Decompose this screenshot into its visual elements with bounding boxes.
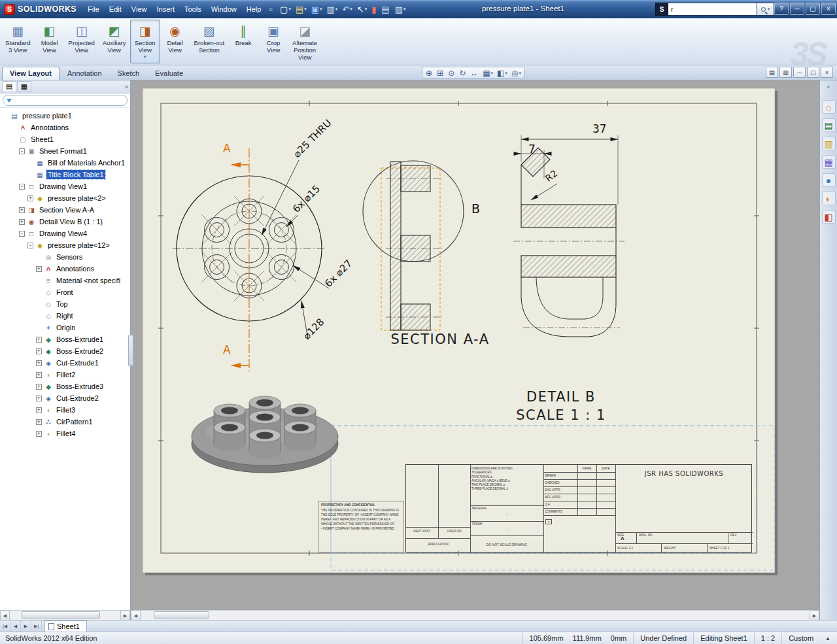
scroll-right-icon[interactable]: ▶ (120, 611, 130, 620)
tree-expander[interactable] (36, 278, 42, 284)
tree-item[interactable]: + ◆ Boss-Extrude3 (0, 381, 130, 392)
tree-expander[interactable]: + (36, 266, 42, 272)
tree-expander[interactable]: - (19, 148, 25, 154)
tree-item[interactable]: - □ Drawing View4 (0, 228, 130, 239)
tree-expander[interactable]: + (36, 407, 42, 413)
menu-item[interactable]: Edit (105, 3, 126, 15)
appearances-icon[interactable]: ● (822, 173, 836, 187)
tree-item-label[interactable]: Section View A-A (38, 205, 95, 214)
ribbon-button[interactable]: ∥ Break (228, 20, 258, 63)
section-arrow-label-top[interactable]: A (223, 143, 231, 154)
tree-expander[interactable]: + (36, 360, 42, 366)
tree-item-label[interactable]: Boss-Extrude3 (55, 382, 105, 391)
tree-expander[interactable]: - (27, 243, 33, 248)
tree-item[interactable]: + ∴ CirPattern1 (0, 416, 130, 428)
quickbar-button[interactable]: ▤ (379, 4, 392, 15)
ribbon-button[interactable]: ◫ Projected View (65, 20, 99, 63)
ribbon-button[interactable]: ▦ Standard 3 View (1, 20, 35, 63)
view-tool[interactable]: ↔ (469, 69, 480, 78)
units-selector[interactable]: Custom ▲ (781, 632, 837, 644)
dropdown-caret-icon[interactable]: ▾ (320, 7, 322, 12)
view-tool[interactable]: ⊞ (436, 69, 445, 78)
design-library-icon[interactable]: ▤ (822, 118, 836, 132)
tree-expander[interactable]: + (27, 195, 33, 201)
dropdown-caret-icon[interactable]: ▾ (288, 7, 291, 12)
tree-expander[interactable]: - (19, 184, 25, 190)
custom-properties-icon[interactable]: ◐ (822, 192, 836, 205)
ribbon-button[interactable]: ▣ Crop View (258, 20, 288, 63)
tree-expander[interactable] (36, 290, 42, 296)
tree-item[interactable]: + ◆ pressure plate<2> (0, 192, 130, 204)
canvas-horizontal-scrollbar[interactable]: ◀ ▶ (131, 610, 819, 620)
tree-item[interactable]: ◇ Front (0, 286, 130, 298)
tree-item[interactable]: A Annotations (0, 122, 130, 133)
tree-expander[interactable] (10, 137, 16, 143)
dropdown-caret-icon[interactable]: ▾ (350, 7, 352, 12)
tree-item[interactable]: - ▣ Sheet Format1 (0, 145, 130, 157)
tree-item-label[interactable]: Bill of Materials Anchor1 (46, 158, 126, 167)
tree-expander[interactable]: + (19, 207, 25, 213)
panel-splitter[interactable] (128, 335, 133, 366)
view-palette-icon[interactable]: ▦ (822, 155, 836, 169)
ribbon-button[interactable]: ▨ Broken-out Section (190, 20, 228, 63)
tree-item-label[interactable]: Cut-Extrude1 (55, 358, 100, 367)
menu-item[interactable]: Window (207, 3, 241, 15)
file-explorer-icon[interactable]: ▥ (822, 137, 836, 150)
quickbar-button[interactable]: ▥ ▾ (325, 4, 340, 15)
dropdown-caret-icon[interactable]: ▾ (403, 7, 406, 12)
tree-expander[interactable] (27, 172, 33, 178)
help-button[interactable]: ? (774, 3, 789, 15)
sheet-nav-button[interactable]: ▶ (21, 620, 31, 632)
tree-item-label[interactable]: Right (55, 311, 75, 320)
tree-expander[interactable]: + (36, 384, 42, 390)
forum-icon[interactable]: ◧ (822, 210, 836, 224)
tree-item[interactable]: + ◗ Fillet3 (0, 404, 130, 416)
tile-horizontal-icon[interactable]: ▤ (766, 67, 778, 78)
quickbar-button[interactable]: ▮ (369, 4, 379, 15)
tree-item[interactable]: ▢ Sheet1 (0, 133, 130, 145)
tree-item-label[interactable]: Top (55, 299, 69, 309)
tree-item-label[interactable]: Fillet3 (55, 405, 77, 415)
quickbar-button[interactable]: ↶ ▾ (340, 4, 354, 15)
tree-expander[interactable] (27, 160, 33, 166)
tree-item-label[interactable]: Annotations (55, 264, 95, 273)
doc-restore-button[interactable]: ▢ (807, 67, 819, 78)
tree-expander[interactable] (36, 301, 42, 307)
dropdown-caret-icon[interactable]: ▾ (335, 7, 338, 12)
quickbar-button[interactable]: ▢ ▾ (278, 4, 293, 15)
dropdown-caret-icon[interactable]: ▾ (304, 7, 307, 12)
tree-expander[interactable]: + (19, 219, 25, 225)
tree-horizontal-scrollbar[interactable]: ◀ ▶ (0, 610, 130, 620)
tree-item[interactable]: - ◆ pressure plate<12> (0, 239, 130, 251)
sheet-nav-button[interactable]: ▶| (31, 620, 42, 632)
canvas-scroll-track[interactable] (141, 611, 810, 620)
tree-item-label[interactable]: Boss-Extrude1 (55, 335, 105, 344)
tree-item[interactable]: ▦ Bill of Materials Anchor1 (0, 157, 130, 169)
search-button[interactable]: ▾ (757, 3, 774, 16)
tree-item-label[interactable]: pressure plate<12> (46, 241, 111, 250)
view-tool-caret-icon[interactable]: ▾ (519, 71, 521, 76)
tree-item-label[interactable]: CirPattern1 (55, 417, 94, 426)
command-tab[interactable]: Sketch (110, 67, 148, 80)
ribbon-button[interactable]: ◨ Section View ▾ (130, 20, 160, 63)
tree-expander[interactable] (2, 113, 8, 119)
tree-item-label[interactable]: Drawing View1 (38, 182, 88, 191)
taskpane-expand-button[interactable]: « (827, 84, 830, 90)
command-tab[interactable]: Evaluate (147, 67, 191, 80)
view-tool[interactable]: ◧ ▾ (496, 69, 509, 78)
tree-item[interactable]: ▦ Title Block Table1 (0, 169, 130, 180)
tree-expander[interactable]: + (36, 431, 42, 437)
menu-item[interactable]: Tools (180, 3, 206, 15)
minimize-button[interactable]: ─ (790, 3, 804, 15)
dropdown-caret-icon[interactable]: ▾ (365, 7, 367, 12)
doc-minimize-button[interactable]: ─ (793, 67, 806, 78)
panel-chevron-icon[interactable]: » (124, 83, 128, 90)
drawing-canvas-area[interactable]: ⌀25 THRU 6x ⌀15 6x ⌀27 ⌀128 A A B SECTIO… (131, 80, 819, 610)
tree-expander[interactable]: + (36, 419, 42, 425)
tree-item-label[interactable]: Drawing View4 (38, 229, 88, 238)
featuremanager-tree-tab[interactable]: ▤ (2, 81, 16, 92)
view-tool[interactable]: ⊙ (447, 69, 456, 78)
tile-vertical-icon[interactable]: ▥ (779, 67, 792, 78)
tree-expander[interactable] (36, 313, 42, 319)
tree-item-label[interactable]: Material <not specifi (55, 276, 122, 285)
